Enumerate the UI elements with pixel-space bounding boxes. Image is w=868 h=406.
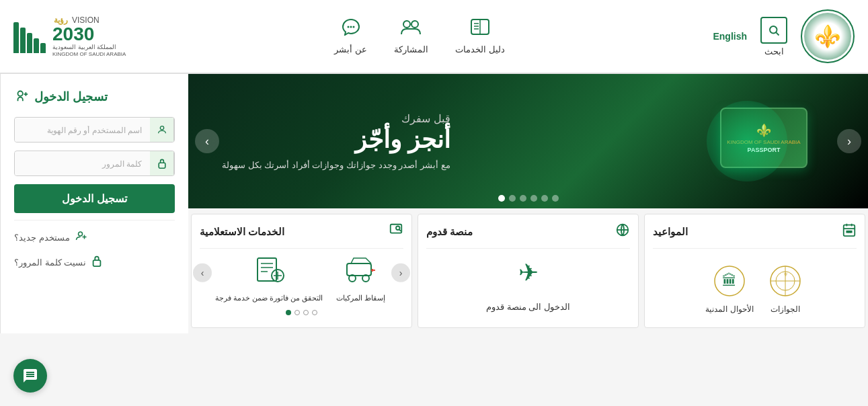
login-panel: تسجيل الدخول	[0, 74, 188, 333]
svg-text:⚜: ⚜	[783, 272, 788, 278]
service-cards-row: المواعيد ⚜ الجوازات	[188, 208, 868, 333]
appointments-card: المواعيد ⚜ الجوازات	[644, 214, 865, 328]
svg-rect-50	[93, 260, 101, 266]
hero-pre-title: قبل سفرك	[222, 112, 450, 125]
calendar-icon	[842, 222, 857, 241]
svg-line-1	[776, 32, 779, 35]
drop-vehicles-label: إسقاط المركبات	[336, 293, 385, 303]
inquiry-title: الخدمات الاستعلامية	[200, 226, 284, 238]
password-input[interactable]	[15, 152, 150, 175]
kingdom-en: KINGDOM OF SAUDI ARABIA	[52, 51, 126, 58]
english-link[interactable]: English	[713, 31, 747, 42]
inquiry-dot-3[interactable]	[294, 310, 300, 315]
nav-item-participation[interactable]: المشاركة	[394, 18, 428, 54]
nav-item-services-guide[interactable]: دليل الخدمات	[455, 18, 505, 54]
svg-rect-17	[849, 231, 850, 233]
vision-2030-logo: VISION رؤية 2030 المملكة العربية السعودي…	[13, 15, 126, 58]
inquiry-next-button[interactable]: ›	[193, 263, 212, 282]
svg-rect-32	[347, 263, 371, 276]
arrival-content: ✈ الدخول الى منصة قدوم	[426, 257, 630, 312]
search-button[interactable]: ابحث	[760, 17, 787, 56]
forgot-password-label: نسيت كلمة المرور؟	[14, 257, 86, 268]
svg-point-45	[160, 126, 163, 130]
lock-field-icon	[150, 151, 174, 175]
inquiry-dots	[200, 310, 403, 315]
hero-dot-6[interactable]	[498, 195, 505, 202]
search-icon	[760, 17, 787, 44]
chat-icon	[342, 18, 360, 40]
search-inquiry-icon	[389, 222, 403, 241]
search-label: ابحث	[764, 46, 784, 56]
hero-dot-1[interactable]	[552, 195, 559, 202]
svg-line-31	[399, 230, 401, 231]
inquiry-prev-button[interactable]: ‹	[391, 263, 410, 282]
check-invoice-item[interactable]: التحقق من فاتورة ضمن خدمة فرجة	[215, 257, 323, 303]
forgot-password-link[interactable]: نسيت كلمة المرور؟	[14, 255, 175, 270]
check-invoice-label: التحقق من فاتورة ضمن خدمة فرجة	[215, 293, 323, 303]
nav-item-absher[interactable]: عن أبشر	[334, 18, 367, 54]
civil-affairs-icon-box: 🏛	[711, 262, 748, 299]
nav-label-participation: المشاركة	[394, 44, 428, 54]
login-icon	[14, 87, 29, 106]
airplane-icon: ✈	[512, 257, 545, 296]
globe-icon	[615, 222, 630, 241]
vision-chart-icon	[13, 19, 46, 53]
svg-point-44	[18, 91, 23, 96]
svg-rect-12	[844, 225, 855, 237]
appointments-title: المواعيد	[653, 226, 688, 238]
svg-point-8	[411, 21, 418, 28]
svg-rect-37	[258, 258, 276, 281]
header-right: ⚜️ ابحث English	[713, 9, 855, 63]
government-logo: ⚜️	[801, 9, 855, 63]
arrival-title: منصة قدوم	[426, 226, 473, 238]
user-field-icon	[150, 118, 174, 142]
year-2030: 2030	[52, 25, 94, 44]
login-title-block: تسجيل الدخول	[14, 87, 175, 106]
vehicle-drop-icon	[346, 257, 376, 288]
nav-label-absher: عن أبشر	[334, 44, 367, 54]
glow-effect	[707, 101, 787, 181]
appointments-card-header: المواعيد	[653, 222, 857, 249]
arrival-platform-item[interactable]: ✈ الدخول الى منصة قدوم	[486, 257, 570, 312]
inquiry-dot-4[interactable]	[286, 310, 291, 315]
hero-subtitle: مع أبشر أصدر وجدد جوازاتك وجوازات أفراد …	[222, 160, 450, 170]
people-icon	[400, 18, 422, 40]
civil-affairs-service[interactable]: 🏛 الأحوال المدنية	[705, 262, 753, 314]
hero-dot-2[interactable]	[541, 195, 548, 202]
inquiry-dot-1[interactable]	[312, 310, 317, 315]
svg-point-30	[396, 227, 400, 231]
svg-point-11	[352, 26, 354, 28]
svg-rect-46	[159, 163, 165, 168]
main-header: ⚜️ ابحث English	[0, 0, 868, 74]
login-button[interactable]: تسجيل الدخول	[14, 184, 175, 213]
hero-next-button[interactable]: ›	[195, 129, 219, 153]
login-title-text: تسجيل الدخول	[34, 89, 108, 104]
login-links: مستخدم جديد؟ نسيت كلمة المرور؟	[14, 220, 175, 270]
hero-banner: › ⚜️ KINGDOM OF SAUDI ARABIA PASSPORT قب…	[188, 74, 868, 208]
passports-service[interactable]: ⚜ الجوازات	[767, 262, 804, 314]
inquiry-items: إسقاط المركبات	[200, 257, 403, 303]
hero-dot-3[interactable]	[530, 195, 537, 202]
kingdom-arabic: المملكة العربية السعودية	[52, 44, 116, 51]
svg-rect-18	[851, 231, 852, 233]
arrival-card: منصة قدوم ✈ الدخول الى منصة قدوم	[418, 214, 639, 328]
vision-text-block: VISION رؤية 2030 المملكة العربية السعودي…	[52, 15, 126, 58]
hero-dot-4[interactable]	[520, 195, 526, 202]
inquiry-dot-2[interactable]	[303, 310, 309, 315]
drop-vehicles-item[interactable]: إسقاط المركبات	[334, 257, 388, 303]
nav-label-services: دليل الخدمات	[455, 44, 505, 54]
civil-affairs-label: الأحوال المدنية	[705, 304, 753, 314]
svg-point-47	[78, 232, 82, 236]
username-input[interactable]	[15, 118, 150, 142]
main-content: › ⚜️ KINGDOM OF SAUDI ARABIA PASSPORT قب…	[0, 74, 868, 333]
new-user-link[interactable]: مستخدم جديد؟	[14, 230, 175, 245]
svg-point-0	[770, 26, 777, 34]
logo-emblem: ⚜️	[804, 13, 851, 60]
hero-dots	[498, 195, 559, 202]
arrival-card-header: منصة قدوم	[426, 222, 630, 249]
hero-dot-5[interactable]	[509, 195, 516, 202]
new-user-icon	[75, 230, 87, 245]
hero-prev-button[interactable]: ‹	[837, 129, 861, 153]
passport-icon-box: ⚜	[767, 262, 804, 299]
inquiry-card-header: الخدمات الاستعلامية	[200, 222, 403, 249]
